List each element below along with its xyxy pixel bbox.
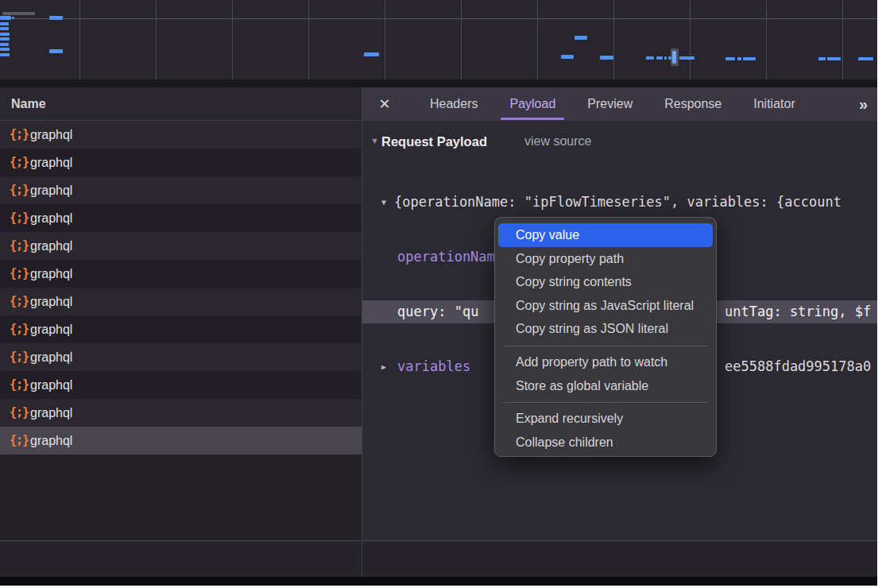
details-tabbar: ✕ HeadersPayloadPreviewResponseInitiator… bbox=[362, 87, 877, 121]
json-request-icon: {;} bbox=[10, 315, 29, 343]
request-row[interactable]: {;}graphql bbox=[0, 149, 362, 176]
network-overview-timeline[interactable] bbox=[0, 0, 877, 79]
request-row[interactable]: {;}graphql bbox=[0, 121, 362, 149]
request-row[interactable]: {;}graphql bbox=[0, 204, 362, 232]
tab-response[interactable]: Response bbox=[659, 87, 727, 121]
property-value-left: "qu bbox=[455, 304, 479, 319]
summary-separator bbox=[0, 540, 877, 541]
tab-headers[interactable]: Headers bbox=[424, 87, 483, 121]
timeline-gridline bbox=[79, 0, 80, 79]
key-separator: : bbox=[438, 304, 454, 319]
request-row[interactable]: {;}graphql bbox=[0, 371, 362, 399]
more-tabs-icon[interactable]: » bbox=[859, 95, 866, 114]
devtools-network-screenshot: Name {;}graphql{;}graphql{;}graphql{;}gr… bbox=[0, 0, 882, 588]
menu-item-copy-string-as-json-literal[interactable]: Copy string as JSON literal bbox=[498, 317, 713, 341]
menu-item-copy-string-as-javascript-literal[interactable]: Copy string as JavaScript literal bbox=[498, 294, 713, 318]
tree-row-root[interactable]: ▼ {operationName: "ipFlowTimeseries", va… bbox=[362, 191, 877, 214]
json-request-icon: {;} bbox=[10, 343, 29, 371]
request-timing-bar bbox=[656, 56, 663, 60]
tab-payload[interactable]: Payload bbox=[504, 87, 561, 121]
timeline-gridline bbox=[156, 0, 157, 79]
tab-initiator[interactable]: Initiator bbox=[748, 87, 800, 121]
json-request-icon: {;} bbox=[10, 149, 29, 176]
property-value-right: untTag: string, $f bbox=[725, 300, 871, 323]
request-payload-section-header[interactable]: ▼ Request Payload view source bbox=[362, 130, 877, 153]
request-timing-bar bbox=[668, 56, 671, 60]
request-timing-bar bbox=[646, 56, 654, 60]
menu-item-copy-string-contents[interactable]: Copy string contents bbox=[498, 270, 713, 294]
request-timing-bar bbox=[12, 17, 14, 19]
request-row[interactable]: {;}graphql bbox=[0, 288, 362, 315]
json-request-icon: {;} bbox=[10, 204, 29, 232]
section-collapse-icon[interactable]: ▼ bbox=[370, 136, 379, 145]
request-timing-bar bbox=[574, 36, 587, 40]
request-name: graphql bbox=[30, 204, 72, 232]
timeline-gridline bbox=[842, 0, 843, 79]
json-request-icon: {;} bbox=[10, 427, 29, 455]
request-timing-bar bbox=[0, 27, 9, 30]
request-timing-bar bbox=[0, 37, 10, 41]
summary-bar bbox=[0, 541, 877, 577]
timeline-gridline bbox=[232, 0, 233, 79]
request-timing-bar bbox=[0, 16, 11, 20]
request-timing-bar bbox=[0, 22, 9, 25]
menu-item-add-property-path-to-watch[interactable]: Add property path to watch bbox=[498, 350, 713, 374]
request-list: {;}graphql{;}graphql{;}graphql{;}graphql… bbox=[0, 121, 362, 455]
timeline-gridline bbox=[690, 0, 691, 79]
name-column-header[interactable]: Name bbox=[0, 87, 362, 121]
bottom-edge-bar bbox=[0, 577, 877, 586]
view-source-link[interactable]: view source bbox=[524, 130, 591, 153]
menu-item-copy-value[interactable]: Copy value bbox=[498, 223, 713, 247]
menu-item-store-as-global-variable[interactable]: Store as global variable bbox=[498, 374, 713, 398]
menu-separator bbox=[503, 402, 708, 403]
request-timing-bar bbox=[0, 43, 9, 46]
request-name: graphql bbox=[30, 176, 72, 204]
request-timing-bar bbox=[600, 56, 613, 60]
request-timing-bar bbox=[737, 57, 741, 60]
request-timing-bar bbox=[672, 51, 676, 64]
devtools-window: Name {;}graphql{;}graphql{;}graphql{;}gr… bbox=[0, 0, 877, 586]
timeline-gridline bbox=[461, 0, 462, 79]
request-name: graphql bbox=[30, 121, 72, 149]
panel-divider[interactable] bbox=[362, 87, 362, 577]
request-timing-bar bbox=[0, 48, 10, 51]
request-row[interactable]: {;}graphql bbox=[0, 176, 362, 204]
property-value-right: ee5588fdad995178a0 bbox=[725, 355, 871, 378]
json-request-icon: {;} bbox=[10, 399, 29, 427]
expand-open-icon[interactable]: ▼ bbox=[381, 191, 386, 214]
overview-bottom-strip bbox=[0, 79, 877, 87]
request-timing-bar bbox=[2, 12, 35, 15]
timeline-gridline bbox=[308, 0, 309, 79]
request-name: graphql bbox=[30, 232, 72, 260]
json-request-icon: {;} bbox=[10, 260, 29, 288]
menu-item-collapse-children[interactable]: Collapse children bbox=[498, 431, 713, 455]
close-icon[interactable]: ✕ bbox=[377, 95, 393, 113]
request-row[interactable]: {;}graphql bbox=[0, 343, 362, 371]
request-timing-bar bbox=[725, 57, 735, 60]
network-main-area: Name {;}graphql{;}graphql{;}graphql{;}gr… bbox=[0, 87, 877, 540]
request-name: graphql bbox=[30, 260, 72, 288]
expand-closed-icon[interactable]: ▶ bbox=[381, 355, 386, 378]
menu-item-expand-recursively[interactable]: Expand recursively bbox=[498, 407, 713, 431]
request-timing-bar bbox=[561, 55, 574, 59]
request-row-selected[interactable]: {;}graphql bbox=[0, 427, 362, 455]
request-name: graphql bbox=[30, 288, 72, 315]
json-request-icon: {;} bbox=[10, 371, 29, 399]
root-object-preview: {operationName: "ipFlowTimeseries", vari… bbox=[394, 191, 841, 214]
request-timing-bar bbox=[0, 33, 10, 36]
tab-preview[interactable]: Preview bbox=[582, 87, 638, 121]
request-row[interactable]: {;}graphql bbox=[0, 399, 362, 427]
request-name: graphql bbox=[30, 427, 72, 455]
request-timing-bar bbox=[49, 49, 63, 53]
details-tabs: HeadersPayloadPreviewResponseInitiator bbox=[404, 87, 801, 121]
request-timing-bar bbox=[858, 57, 873, 60]
property-key: query bbox=[397, 304, 438, 319]
request-row[interactable]: {;}graphql bbox=[0, 315, 362, 343]
menu-item-copy-property-path[interactable]: Copy property path bbox=[498, 247, 713, 271]
request-row[interactable]: {;}graphql bbox=[0, 260, 362, 288]
request-row[interactable]: {;}graphql bbox=[0, 232, 362, 260]
name-column-label: Name bbox=[11, 97, 46, 110]
request-name: graphql bbox=[30, 149, 72, 176]
json-request-icon: {;} bbox=[10, 121, 29, 149]
request-timing-bar bbox=[818, 57, 826, 60]
